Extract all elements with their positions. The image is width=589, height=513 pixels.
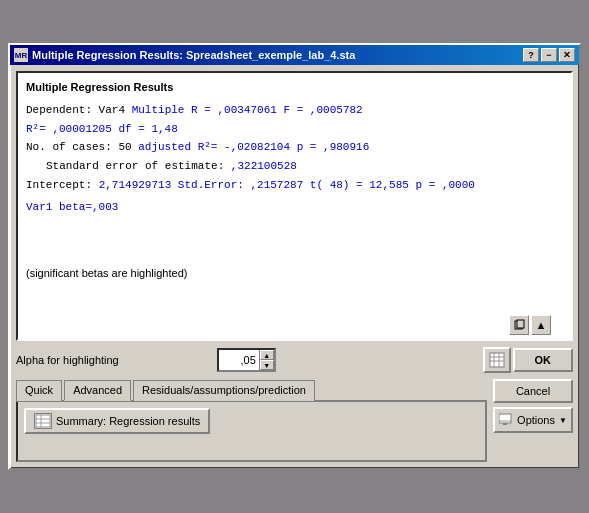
- close-button[interactable]: ✕: [559, 48, 575, 62]
- alpha-row: Alpha for highlighting ▲ ▼: [16, 347, 573, 373]
- window-body: Multiple Regression Results Dependent: V…: [10, 65, 579, 468]
- title-bar: MR Multiple Regression Results: Spreadsh…: [10, 45, 579, 65]
- multiple-r: Multiple R = ,00347061: [132, 104, 277, 116]
- tab-residuals[interactable]: Residuals/assumptions/prediction: [133, 380, 315, 401]
- options-icon: [499, 413, 513, 427]
- stderr-label: Standard error of estimate:: [46, 160, 231, 172]
- r2-value: R²= ,00001205 df = 1,48: [26, 123, 178, 135]
- alpha-input-group: ▲ ▼: [217, 348, 276, 372]
- help-button[interactable]: ?: [523, 48, 539, 62]
- ok-group: OK: [483, 347, 574, 373]
- table-icon: [489, 352, 505, 368]
- intercept-value: 2,714929713 Std.Error: ,2157287 t( 48) =…: [99, 179, 475, 191]
- f-value: F = ,0005782: [283, 104, 362, 116]
- summary-button[interactable]: Summary: Regression results: [24, 408, 210, 434]
- alpha-decrement[interactable]: ▼: [260, 360, 274, 370]
- tab-advanced[interactable]: Advanced: [64, 380, 131, 401]
- results-heading: Multiple Regression Results: [26, 81, 563, 93]
- results-line-1: Dependent: Var4 Multiple R = ,00347061 F…: [26, 101, 563, 120]
- alpha-label: Alpha for highlighting: [16, 354, 211, 366]
- tab-quick[interactable]: Quick: [16, 380, 62, 401]
- results-line-3: No. of cases: 50 adjusted R²= -,02082104…: [26, 138, 563, 157]
- results-panel: Multiple Regression Results Dependent: V…: [16, 71, 573, 341]
- dependent-label: Dependent: Var4: [26, 104, 132, 116]
- ok-icon-btn[interactable]: [483, 347, 511, 373]
- stderr-value: ,322100528: [231, 160, 297, 172]
- tab-content: Summary: Regression results: [16, 402, 487, 462]
- options-dropdown-icon: ▼: [559, 416, 567, 425]
- tabs-section: Quick Advanced Residuals/assumptions/pre…: [16, 379, 487, 462]
- window-icon: MR: [14, 48, 28, 62]
- ok-button[interactable]: OK: [513, 348, 574, 372]
- main-window: MR Multiple Regression Results: Spreadsh…: [8, 43, 581, 470]
- summary-label: Summary: Regression results: [56, 415, 200, 427]
- window-title: Multiple Regression Results: Spreadsheet…: [32, 49, 523, 61]
- svg-rect-13: [503, 423, 507, 425]
- table-small-icon: [36, 415, 50, 427]
- options-button[interactable]: Options ▼: [493, 407, 573, 433]
- options-screen-icon: [499, 413, 513, 425]
- tab-bar: Quick Advanced Residuals/assumptions/pre…: [16, 379, 487, 402]
- var1-beta: Var1 beta=,003: [26, 201, 118, 213]
- results-line-5: Intercept: 2,714929713 Std.Error: ,21572…: [26, 176, 563, 195]
- results-line-4: Standard error of estimate: ,322100528: [46, 157, 563, 176]
- summary-table-icon: [34, 413, 52, 429]
- significant-note: (significant betas are highlighted): [26, 267, 563, 279]
- intercept-label: Intercept:: [26, 179, 99, 191]
- options-label: Options: [517, 414, 555, 426]
- adj-r2: adjusted R²= -,02082104 p = ,980916: [138, 141, 369, 153]
- cases-label: No. of cases: 50: [26, 141, 138, 153]
- copy-icon: [513, 319, 525, 331]
- tabs-area: Quick Advanced Residuals/assumptions/pre…: [16, 379, 573, 462]
- title-bar-controls: ? − ✕: [523, 48, 575, 62]
- alpha-input[interactable]: [219, 353, 259, 367]
- copy-results-button[interactable]: [509, 315, 529, 335]
- results-icon-bar: ▲: [509, 315, 551, 335]
- minimize-button[interactable]: −: [541, 48, 557, 62]
- cancel-button[interactable]: Cancel: [493, 379, 573, 403]
- right-buttons: Cancel Options ▼: [493, 379, 573, 462]
- results-line-6: Var1 beta=,003: [26, 198, 563, 217]
- alpha-increment[interactable]: ▲: [260, 350, 274, 360]
- print-results-button[interactable]: ▲: [531, 315, 551, 335]
- svg-rect-1: [517, 320, 524, 328]
- svg-rect-11: [499, 414, 511, 423]
- svg-rect-7: [36, 415, 50, 427]
- svg-rect-2: [490, 353, 504, 367]
- alpha-spinner: ▲ ▼: [259, 350, 274, 370]
- results-line-2: R²= ,00001205 df = 1,48: [26, 120, 563, 139]
